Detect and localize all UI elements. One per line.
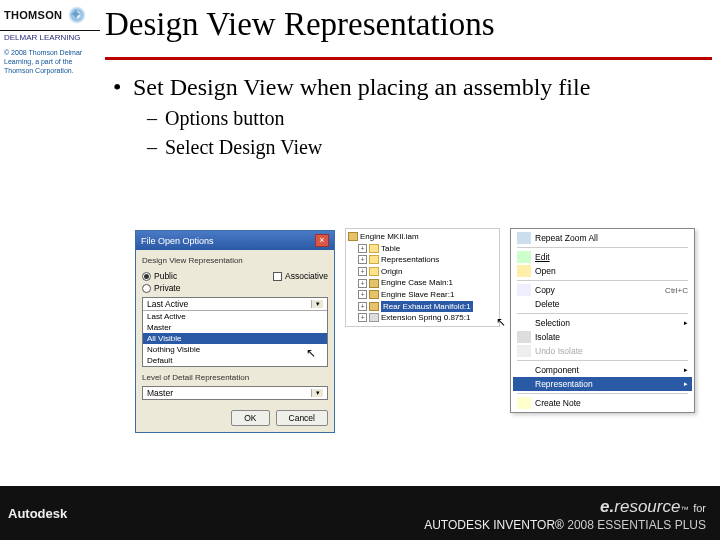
- combo-item[interactable]: Master: [143, 322, 327, 333]
- cancel-button[interactable]: Cancel: [276, 410, 328, 426]
- tree-node[interactable]: +Extension Spring 0.875:1: [348, 312, 497, 324]
- radio-private[interactable]: Private: [142, 283, 180, 293]
- radio-icon: [142, 284, 151, 293]
- expand-icon[interactable]: +: [358, 244, 367, 253]
- tree-node[interactable]: +Representations: [348, 254, 497, 266]
- combo-dropdown-list: Last Active Master All Visible Nothing V…: [143, 310, 327, 366]
- eresource-logo: e.resource™ for: [100, 496, 706, 518]
- menu-repeat[interactable]: Repeat Zoom All: [513, 231, 692, 245]
- context-menu: Repeat Zoom All Edit Open CopyCtrl+C Del…: [510, 228, 695, 413]
- combo-item[interactable]: Nothing Visible: [143, 344, 327, 355]
- delete-icon: [517, 298, 531, 310]
- lod-combo[interactable]: Master ▾: [142, 386, 328, 400]
- dialog-titlebar[interactable]: File Open Options ×: [136, 231, 334, 250]
- assembly-icon: [369, 279, 379, 288]
- tree-node[interactable]: +Origin: [348, 266, 497, 278]
- combo-item[interactable]: Default: [143, 355, 327, 366]
- menu-delete[interactable]: Delete: [513, 297, 692, 311]
- design-view-combo[interactable]: Last Active ▾ Last Active Master All Vis…: [142, 297, 328, 367]
- expand-icon[interactable]: +: [358, 302, 367, 311]
- menu-create-note[interactable]: Create Note: [513, 396, 692, 410]
- menu-isolate[interactable]: Isolate: [513, 330, 692, 344]
- expand-icon[interactable]: +: [358, 313, 367, 322]
- open-icon: [517, 265, 531, 277]
- part-icon: [369, 313, 379, 322]
- bullet-level-2b: Select Design View: [147, 136, 712, 159]
- publisher-name: THOMSON: [4, 9, 62, 21]
- slide-title: Design View Representations: [105, 6, 495, 43]
- folder-icon: [369, 244, 379, 253]
- menu-separator: [517, 247, 688, 248]
- menu-separator: [517, 360, 688, 361]
- bullet-level-2a: Options button: [147, 107, 712, 130]
- edit-icon: [517, 251, 531, 263]
- chevron-down-icon[interactable]: ▾: [311, 300, 323, 308]
- star-icon: [68, 6, 86, 24]
- expand-icon[interactable]: +: [358, 267, 367, 276]
- cursor-icon: ↖: [681, 398, 691, 412]
- model-browser-tree: Engine MKII.iam +Table +Representations …: [345, 228, 500, 327]
- menu-separator: [517, 280, 688, 281]
- menu-undo-isolate: Undo Isolate: [513, 344, 692, 358]
- undo-isolate-icon: [517, 345, 531, 357]
- menu-separator: [517, 393, 688, 394]
- combo-value: Master: [147, 388, 173, 398]
- chevron-down-icon[interactable]: ▾: [311, 389, 323, 397]
- combo-item[interactable]: Last Active: [143, 311, 327, 322]
- slide-title-bar: Design View Representations: [105, 0, 712, 60]
- design-view-group-label: Design View Representation: [142, 256, 328, 265]
- product-line: AUTODESK INVENTOR® 2008 ESSENTIALS PLUS: [100, 518, 706, 534]
- assembly-icon: [369, 302, 379, 311]
- folder-icon: [369, 255, 379, 264]
- dialog-title-text: File Open Options: [141, 236, 214, 246]
- expand-icon[interactable]: +: [358, 255, 367, 264]
- tree-node[interactable]: +Table: [348, 243, 497, 255]
- publisher-logo: THOMSON: [0, 0, 100, 31]
- note-icon: [517, 397, 531, 409]
- imprint-name: DELMAR LEARNING: [0, 31, 100, 46]
- tree-node[interactable]: +Engine Slave Rear:1: [348, 289, 497, 301]
- menu-selection[interactable]: Selection: [513, 316, 692, 330]
- tree-root[interactable]: Engine MKII.iam: [348, 231, 497, 243]
- menu-separator: [517, 313, 688, 314]
- expand-icon[interactable]: +: [358, 290, 367, 299]
- menu-representation[interactable]: Representation: [513, 377, 692, 391]
- folder-icon: [369, 267, 379, 276]
- checkbox-icon: [273, 272, 282, 281]
- radio-icon: [142, 272, 151, 281]
- lod-group-label: Level of Detail Representation: [142, 373, 328, 382]
- ok-button[interactable]: OK: [231, 410, 269, 426]
- footer-right: e.resource™ for AUTODESK INVENTOR® 2008 …: [100, 492, 720, 534]
- menu-edit[interactable]: Edit: [513, 250, 692, 264]
- expand-icon[interactable]: +: [358, 279, 367, 288]
- slide-footer: Autodesk e.resource™ for AUTODESK INVENT…: [0, 486, 720, 540]
- menu-open[interactable]: Open: [513, 264, 692, 278]
- dialog-body: Design View Representation Public Privat…: [136, 250, 334, 406]
- cursor-icon: ↖: [306, 346, 316, 360]
- copy-icon: [517, 284, 531, 296]
- close-icon[interactable]: ×: [315, 234, 329, 247]
- screenshot-area: File Open Options × Design View Represen…: [135, 230, 700, 475]
- copyright-text: © 2008 Thomson Delmar Learning, a part o…: [0, 46, 100, 77]
- dialog-buttons: OK Cancel: [136, 406, 334, 432]
- combo-item[interactable]: All Visible: [143, 333, 327, 344]
- tree-node-selected[interactable]: +Rear Exhaust Manifold:1: [348, 301, 497, 313]
- cursor-icon: ↖: [496, 314, 506, 331]
- bullet-level-1: Set Design View when placing an assembly…: [111, 74, 712, 101]
- menu-copy[interactable]: CopyCtrl+C: [513, 283, 692, 297]
- checkbox-associative[interactable]: Associative: [273, 271, 328, 281]
- file-open-options-dialog: File Open Options × Design View Represen…: [135, 230, 335, 433]
- menu-component[interactable]: Component: [513, 363, 692, 377]
- assembly-icon: [348, 232, 358, 241]
- radio-public[interactable]: Public: [142, 271, 180, 281]
- brand-sidebar: THOMSON DELMAR LEARNING © 2008 Thomson D…: [0, 0, 100, 540]
- tree-node[interactable]: +Engine Case Main:1: [348, 277, 497, 289]
- autodesk-logo: Autodesk: [0, 506, 100, 521]
- assembly-icon: [369, 290, 379, 299]
- combo-value: Last Active: [147, 299, 188, 309]
- repeat-icon: [517, 232, 531, 244]
- isolate-icon: [517, 331, 531, 343]
